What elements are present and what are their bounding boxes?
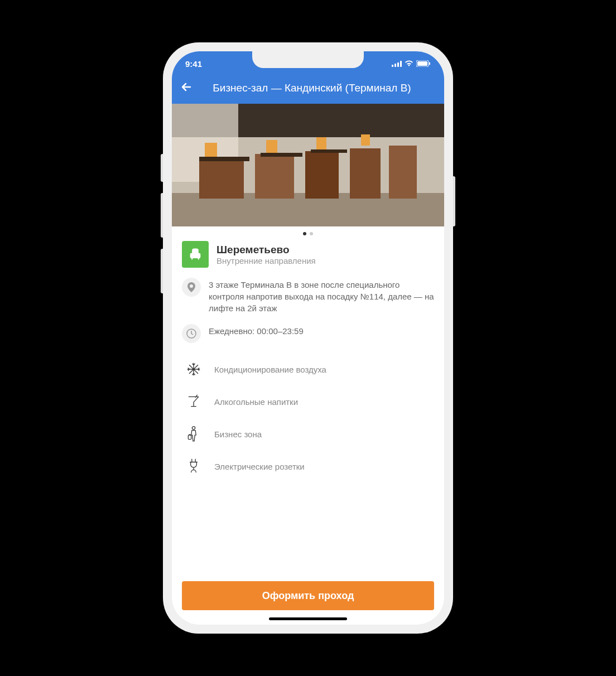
svg-rect-16 <box>205 143 217 158</box>
clock-icon <box>186 329 196 339</box>
lounge-photo[interactable] <box>172 104 444 226</box>
status-time: 9:41 <box>185 59 202 69</box>
svg-rect-6 <box>429 62 430 65</box>
location-row: 3 этаже Терминала В в зоне после специал… <box>182 278 434 314</box>
pagination-dot-active[interactable] <box>303 232 306 235</box>
status-icons <box>392 60 431 67</box>
svg-rect-18 <box>316 137 326 149</box>
armchair-icon <box>187 247 203 262</box>
svg-rect-12 <box>255 154 294 199</box>
pagination-dot[interactable] <box>310 232 313 235</box>
amenity-air-conditioning: Кондиционирование воздуха <box>182 353 434 385</box>
svg-rect-13 <box>305 151 339 199</box>
header: Бизнес-зал — Кандинский (Терминал B) <box>172 76 444 104</box>
home-indicator[interactable] <box>269 617 347 620</box>
svg-rect-22 <box>311 149 347 153</box>
svg-rect-14 <box>350 148 381 199</box>
amenity-alcohol: Алкогольные напитки <box>182 385 434 418</box>
location-text: 3 этаже Терминала В в зоне после специал… <box>209 278 434 314</box>
hours-icon <box>182 324 201 343</box>
business-person-icon <box>185 426 202 442</box>
cocktail-icon <box>185 393 202 410</box>
svg-rect-21 <box>261 153 302 157</box>
location-icon <box>182 278 201 297</box>
airport-name: Шереметьево <box>216 244 316 256</box>
svg-rect-19 <box>361 134 370 146</box>
svg-point-24 <box>192 427 195 429</box>
amenity-business-zone: Бизнес зона <box>182 418 434 450</box>
svg-rect-1 <box>394 64 396 67</box>
wifi-icon <box>405 60 413 67</box>
lounge-icon <box>182 241 209 268</box>
svg-rect-20 <box>199 157 249 161</box>
svg-rect-0 <box>392 65 393 67</box>
screen: 9:41 Бизнес-зал — Кандинский (Терминал B… <box>172 51 444 625</box>
svg-rect-15 <box>389 146 417 199</box>
amenity-power-outlets: Электрические розетки <box>182 450 434 482</box>
snowflake-icon <box>185 361 202 378</box>
back-button[interactable] <box>180 80 193 96</box>
svg-rect-5 <box>417 61 427 66</box>
svg-rect-11 <box>199 160 244 199</box>
airport-info: Шереметьево Внутренние направления <box>182 241 434 268</box>
amenity-label: Бизнес зона <box>214 429 262 439</box>
svg-rect-17 <box>266 140 277 154</box>
page-title: Бизнес-зал — Кандинский (Терминал B) <box>199 81 436 95</box>
svg-rect-3 <box>400 61 402 67</box>
carousel-pagination <box>172 226 444 241</box>
battery-icon <box>416 60 431 67</box>
signal-icon <box>392 61 402 67</box>
pin-icon <box>187 282 195 292</box>
plug-icon <box>185 458 202 475</box>
arrow-left-icon <box>180 80 193 94</box>
amenity-label: Алкогольные напитки <box>214 397 298 407</box>
hours-row: Ежедневно: 00:00–23:59 <box>182 324 434 343</box>
amenity-label: Кондиционирование воздуха <box>214 365 326 374</box>
airport-subtitle: Внутренние направления <box>216 256 316 265</box>
hours-text: Ежедневно: 00:00–23:59 <box>209 324 304 337</box>
phone-frame: 9:41 Бизнес-зал — Кандинский (Терминал B… <box>163 42 453 634</box>
amenity-label: Электрические розетки <box>214 462 305 471</box>
svg-rect-25 <box>188 435 191 440</box>
svg-rect-2 <box>397 62 399 67</box>
checkout-button[interactable]: Оформить проход <box>182 581 434 610</box>
